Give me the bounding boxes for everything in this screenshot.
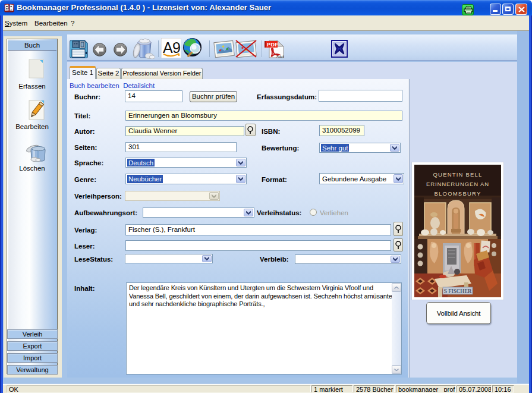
svg-text:Adobe: Adobe: [276, 55, 284, 58]
svg-text:9: 9: [172, 39, 181, 56]
svg-text:ERINNERUNGEN AN: ERINNERUNGEN AN: [426, 181, 489, 187]
svg-text:S FISCHER: S FISCHER: [444, 288, 472, 294]
svg-text:BLOOMSBURY: BLOOMSBURY: [435, 190, 481, 197]
svg-text:A: A: [163, 39, 173, 56]
svg-text:PDF: PDF: [267, 42, 279, 48]
svg-text:QUENTIN BELL: QUENTIN BELL: [433, 171, 482, 178]
